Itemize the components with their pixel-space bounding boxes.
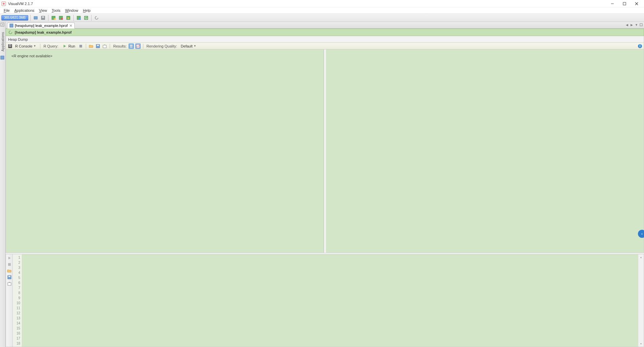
info-icon[interactable]: i — [638, 44, 642, 49]
menu-view[interactable]: View — [37, 8, 49, 12]
document-subtitle: Heap Dump — [6, 36, 644, 42]
tabstrip: [heapdump] leak_example.hprof ✕ ◀ ▶ ▼ — [6, 22, 644, 29]
results-table-icon[interactable] — [129, 43, 134, 49]
menu-applications[interactable]: Applications — [12, 8, 37, 12]
tab-maximize-icon[interactable] — [639, 23, 643, 27]
scroll-down-icon[interactable]: ▾ — [638, 341, 644, 347]
r-query-label: R Query: — [43, 44, 59, 48]
line-number: 18 — [13, 341, 22, 346]
body-row: Applications [heapdump] leak_example.hpr… — [0, 22, 644, 347]
svg-rect-29 — [103, 45, 106, 48]
line-number: 12 — [13, 311, 22, 316]
document-title: [heapdump] leak_example.hprof — [15, 30, 72, 34]
editor-scrollbar[interactable]: ▴ ▾ — [638, 254, 644, 347]
tabstrip-controls: ◀ ▶ ▼ — [625, 23, 643, 27]
left-rail: Applications — [0, 22, 6, 347]
restore-sidebar-icon[interactable] — [0, 23, 5, 27]
render-quality-value: Default — [181, 44, 192, 48]
close-button[interactable] — [631, 0, 643, 7]
svg-point-12 — [61, 18, 63, 20]
line-number: 9 — [13, 295, 22, 301]
right-pane — [326, 50, 644, 253]
export-icon[interactable] — [102, 43, 107, 49]
document-toolbar: R R Console▼ R Query: Run Results: Rende… — [6, 42, 644, 50]
profiler-icon[interactable] — [65, 15, 71, 21]
toolbar-separator — [91, 15, 92, 21]
toolbar-separator — [86, 44, 86, 49]
svg-marker-36 — [8, 257, 11, 259]
refresh-doc-icon[interactable] — [8, 30, 13, 35]
line-number: 10 — [13, 301, 22, 306]
svg-marker-25 — [64, 45, 66, 48]
r-engine-unavailable-message: <R engine not available> — [11, 54, 52, 58]
editor-open-icon[interactable] — [7, 268, 12, 274]
scroll-up-icon[interactable]: ▴ — [638, 254, 644, 260]
left-pane: <R engine not available> — [6, 50, 324, 253]
editor-export-icon[interactable] — [7, 281, 12, 286]
menu-help[interactable]: Help — [81, 8, 93, 12]
minimize-button[interactable] — [606, 0, 618, 7]
memory-indicator[interactable]: 365.6/631.0MB — [1, 15, 28, 21]
toolbar-separator — [40, 44, 40, 49]
open-snapshot-icon[interactable] — [33, 15, 39, 21]
editor-stop-icon[interactable] — [7, 262, 12, 267]
line-number: 16 — [13, 331, 22, 336]
rail-app-icon[interactable] — [0, 56, 5, 60]
maximize-button[interactable] — [618, 0, 631, 7]
svg-rect-16 — [79, 18, 81, 20]
heap-dump-icon[interactable] — [58, 15, 64, 21]
code-area[interactable]: ▴ ▾ — [22, 254, 644, 347]
line-number: 13 — [13, 316, 22, 321]
bottom-editor: 123456789101112131415161718 ▴ ▾ — [6, 254, 644, 347]
toolbar-separator — [30, 15, 31, 21]
svg-rect-20 — [1, 56, 4, 59]
render-quality-dropdown[interactable]: Default ▼ — [179, 44, 198, 49]
tab-label: [heapdump] leak_example.hprof — [15, 24, 68, 28]
editor-rail — [6, 254, 13, 347]
line-number: 17 — [13, 336, 22, 341]
run-label: Run — [68, 44, 75, 48]
main-toolbar: 365.6/631.0MB G — [0, 14, 644, 22]
toolbar-separator — [48, 15, 48, 21]
line-number: 5 — [13, 275, 22, 280]
plugin-icon-1[interactable] — [76, 15, 82, 21]
save-icon[interactable] — [40, 15, 46, 21]
toolbar-separator — [143, 44, 143, 49]
editor-save-icon[interactable] — [7, 275, 12, 280]
render-quality-label: Rendering Quality: — [146, 44, 178, 48]
tab-close-icon[interactable]: ✕ — [69, 24, 72, 27]
line-number: 14 — [13, 321, 22, 326]
svg-text:i: i — [639, 44, 640, 48]
app-icon — [1, 1, 6, 6]
editor-run-icon[interactable] — [7, 255, 12, 261]
results-chart-icon[interactable] — [135, 43, 141, 49]
save-query-icon[interactable] — [95, 43, 101, 49]
refresh-icon[interactable] — [94, 15, 100, 21]
tab-dropdown-icon[interactable]: ▼ — [634, 23, 639, 27]
run-button[interactable]: Run — [60, 43, 77, 49]
r-console-dropdown[interactable]: R R Console▼ — [7, 43, 38, 49]
plugin-icon-2[interactable]: G — [83, 15, 89, 21]
side-nub-icon[interactable]: ‹ — [638, 230, 644, 238]
stop-icon[interactable] — [78, 43, 83, 49]
svg-rect-40 — [8, 283, 11, 285]
tab-scroll-left-icon[interactable]: ◀ — [625, 23, 629, 27]
chevron-down-icon: ▼ — [193, 44, 196, 48]
line-number: 7 — [13, 285, 22, 290]
thread-dump-icon[interactable] — [50, 15, 57, 21]
open-folder-icon[interactable] — [88, 43, 94, 49]
menu-window[interactable]: Window — [63, 8, 80, 12]
rail-label-applications[interactable]: Applications — [1, 32, 5, 52]
tab-scroll-right-icon[interactable]: ▶ — [630, 23, 634, 27]
svg-point-1 — [3, 3, 5, 5]
window-title: VisualVM 2.1.7 — [8, 2, 33, 6]
menu-tools[interactable]: Tools — [49, 8, 63, 12]
line-number: 4 — [13, 270, 22, 275]
tab-heapdump[interactable]: [heapdump] leak_example.hprof ✕ — [7, 23, 75, 29]
svg-text:G: G — [85, 16, 88, 20]
menu-file[interactable]: File — [1, 8, 12, 12]
panes: <R engine not available> — [6, 50, 644, 253]
svg-rect-8 — [42, 17, 44, 18]
svg-rect-37 — [8, 263, 11, 266]
svg-rect-6 — [34, 17, 37, 19]
